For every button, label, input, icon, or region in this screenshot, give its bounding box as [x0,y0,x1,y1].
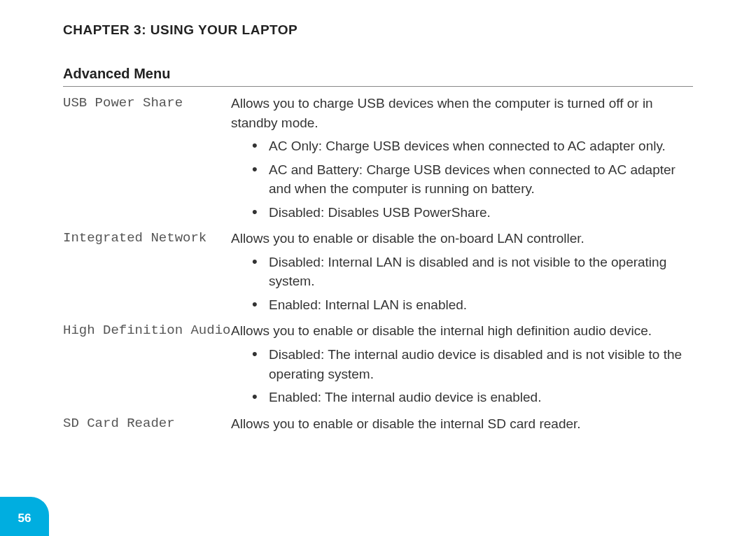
setting-row: Integrated NetworkAllows you to enable o… [63,229,693,318]
page-number-tab: 56 [0,497,49,536]
setting-name: High Definition Audio [63,321,231,338]
setting-name: SD Card Reader [63,414,231,431]
settings-table: USB Power ShareAllows you to charge USB … [63,94,693,437]
setting-bullets: AC Only: Charge USB devices when connect… [231,136,693,222]
setting-bullet: AC and Battery: Charge USB devices when … [252,160,693,199]
chapter-title: CHAPTER 3: USING YOUR LAPTOP [63,22,693,38]
setting-row: SD Card ReaderAllows you to enable or di… [63,414,693,438]
setting-name: USB Power Share [63,94,231,111]
setting-bullets: Disabled: The internal audio device is d… [231,345,693,407]
setting-bullet: Disabled: The internal audio device is d… [252,345,693,383]
setting-description: Allows you to enable or disable the on-b… [231,229,693,248]
setting-bullet: Disabled: Internal LAN is disabled and i… [252,253,693,291]
setting-bullets: Disabled: Internal LAN is disabled and i… [231,253,693,315]
setting-body: Allows you to charge USB devices when th… [231,94,693,226]
setting-description: Allows you to enable or disable the inte… [231,321,693,341]
setting-name: Integrated Network [63,229,231,246]
setting-body: Allows you to enable or disable the inte… [231,414,693,438]
setting-row: High Definition AudioAllows you to enabl… [63,321,693,411]
setting-body: Allows you to enable or disable the on-b… [231,229,693,318]
setting-bullet: Enabled: Internal LAN is enabled. [252,295,693,315]
setting-bullet: Disabled: Disables USB PowerShare. [252,203,693,223]
setting-row: USB Power ShareAllows you to charge USB … [63,94,693,226]
section-title: Advanced Menu [63,66,693,87]
page-number: 56 [18,512,31,526]
setting-description: Allows you to charge USB devices when th… [231,94,693,132]
setting-body: Allows you to enable or disable the inte… [231,321,693,411]
setting-bullet: AC Only: Charge USB devices when connect… [252,136,693,156]
setting-description: Allows you to enable or disable the inte… [231,414,693,434]
setting-bullet: Enabled: The internal audio device is en… [252,388,693,407]
